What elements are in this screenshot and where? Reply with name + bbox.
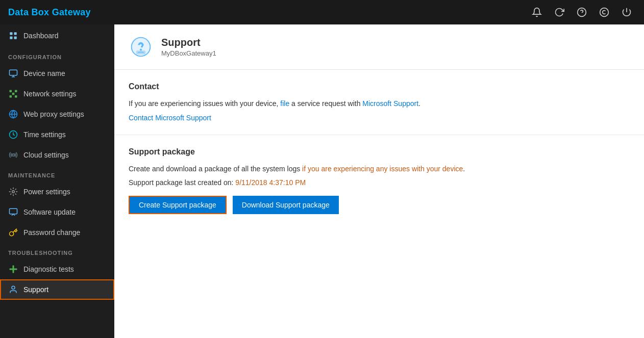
create-support-package-button[interactable]: Create Support package: [129, 196, 227, 214]
help-icon[interactable]: [573, 3, 591, 21]
page-header: Support MyDBoxGateway1: [114, 24, 644, 70]
sidebar: Dashboard CONFIGURATION Device name: [0, 24, 114, 338]
support-desc-period: .: [463, 165, 465, 173]
svg-point-20: [12, 191, 15, 193]
sidebar-item-time-settings[interactable]: Time settings: [0, 124, 114, 145]
web-proxy-icon: [8, 109, 18, 119]
contact-description: If you are experiencing issues with your…: [129, 98, 630, 109]
svg-point-2: [600, 8, 609, 17]
sidebar-item-diagnostic-tests[interactable]: Diagnostic tests: [0, 259, 114, 279]
diagnostic-tests-label: Diagnostic tests: [23, 265, 74, 273]
support-page-icon: [129, 35, 153, 59]
svg-point-24: [12, 286, 15, 289]
cloud-settings-label: Cloud settings: [23, 151, 69, 159]
power-settings-label: Power settings: [23, 188, 70, 196]
support-label: Support: [23, 285, 48, 294]
contact-desc-end: .: [418, 99, 420, 108]
page-subtitle: MyDBoxGateway1: [161, 49, 216, 57]
sidebar-item-network-settings[interactable]: Network settings: [0, 84, 114, 104]
svg-rect-15: [15, 95, 17, 98]
power-settings-icon: [8, 187, 18, 197]
sidebar-item-web-proxy[interactable]: Web proxy settings: [0, 104, 114, 124]
sidebar-item-dashboard[interactable]: Dashboard: [0, 24, 114, 47]
time-settings-label: Time settings: [23, 131, 66, 139]
sidebar-item-cloud-settings[interactable]: Cloud settings: [0, 145, 114, 165]
svg-rect-26: [140, 49, 142, 51]
svg-rect-4: [10, 32, 12, 35]
page-title: Support: [161, 37, 216, 48]
svg-rect-23: [10, 269, 17, 270]
software-update-icon: [8, 207, 18, 217]
support-package-created: Support package last created on: 9/11/20…: [129, 178, 630, 187]
diagnostic-tests-icon: [8, 264, 18, 274]
contact-desc-before: If you are experiencing issues with your…: [129, 99, 280, 108]
topbar-icons: [528, 3, 636, 21]
dashboard-label: Dashboard: [23, 32, 59, 40]
svg-rect-27: [136, 50, 145, 54]
network-settings-label: Network settings: [23, 90, 76, 98]
content-area: Support MyDBoxGateway1 Contact If you ar…: [114, 24, 644, 338]
svg-rect-12: [12, 93, 15, 95]
sidebar-item-software-update[interactable]: Software update: [0, 202, 114, 222]
support-buttons: Create Support package Download Support …: [129, 196, 630, 214]
section-maintenance: MAINTENANCE: [0, 165, 114, 181]
refresh-icon[interactable]: [550, 3, 568, 21]
copyright-icon[interactable]: [595, 3, 613, 21]
sidebar-item-power-settings[interactable]: Power settings: [0, 181, 114, 202]
device-name-icon: [8, 68, 18, 79]
contact-heading: Contact: [129, 82, 630, 91]
svg-rect-5: [14, 32, 17, 35]
contact-microsoft-support-link[interactable]: Contact Microsoft Support: [129, 114, 211, 122]
power-icon[interactable]: [617, 3, 636, 21]
device-name-label: Device name: [23, 69, 65, 77]
svg-rect-13: [15, 90, 17, 93]
topbar: Data Box Gateway: [0, 0, 644, 24]
support-package-description: Create and download a package of all the…: [129, 164, 630, 174]
network-settings-icon: [8, 89, 18, 99]
support-package-section: Support package Create and download a pa…: [114, 135, 644, 226]
svg-rect-7: [14, 37, 17, 39]
support-package-heading: Support package: [129, 147, 630, 157]
main-layout: Dashboard CONFIGURATION Device name: [0, 24, 644, 338]
svg-rect-21: [10, 209, 17, 214]
password-change-icon: [8, 227, 18, 238]
svg-rect-8: [10, 70, 17, 75]
support-desc-highlight: if you are experiencing any issues with …: [302, 165, 463, 173]
support-created-date: 9/11/2018 4:37:10 PM: [235, 178, 306, 187]
page-header-text: Support MyDBoxGateway1: [161, 37, 216, 57]
web-proxy-label: Web proxy settings: [23, 110, 84, 118]
sidebar-item-device-name[interactable]: Device name: [0, 63, 114, 84]
file-service-link[interactable]: file: [280, 99, 289, 108]
download-support-package-button[interactable]: Download Support package: [233, 196, 339, 214]
notification-icon[interactable]: [528, 3, 546, 21]
support-created-label: Support package last created on:: [129, 178, 235, 187]
time-settings-icon: [8, 129, 18, 140]
software-update-label: Software update: [23, 208, 76, 216]
section-troubleshooting: TROUBLESHOOTING: [0, 243, 114, 259]
svg-rect-11: [10, 90, 12, 93]
section-configuration: CONFIGURATION: [0, 47, 114, 63]
cloud-settings-icon: [8, 150, 18, 160]
microsoft-support-link[interactable]: Microsoft Support: [362, 99, 418, 108]
sidebar-item-support[interactable]: Support: [0, 279, 114, 300]
contact-desc-middle: a service request with: [289, 99, 362, 108]
contact-section: Contact If you are experiencing issues w…: [114, 70, 644, 135]
svg-rect-6: [10, 37, 12, 39]
support-desc-text: Create and download a package of all the…: [129, 165, 302, 173]
svg-rect-14: [10, 95, 12, 98]
support-icon: [8, 284, 18, 295]
app-title: Data Box Gateway: [8, 7, 91, 18]
svg-point-19: [12, 154, 15, 157]
dashboard-icon: [8, 31, 18, 41]
sidebar-item-password-change[interactable]: Password change: [0, 222, 114, 243]
password-change-label: Password change: [23, 228, 80, 237]
